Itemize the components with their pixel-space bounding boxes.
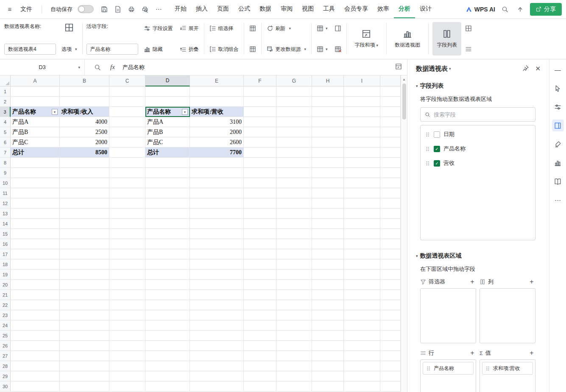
cell-F7[interactable]: [244, 147, 276, 158]
cell-F12[interactable]: [244, 198, 276, 209]
cell-I2[interactable]: [344, 97, 380, 107]
cell-partial-27[interactable]: [380, 351, 401, 361]
cell-A20[interactable]: [11, 280, 60, 290]
cell-partial-17[interactable]: [380, 249, 401, 259]
cell-E9[interactable]: [190, 168, 244, 178]
refresh-button[interactable]: 刷新▾: [265, 23, 308, 34]
row-header-4[interactable]: 4: [0, 117, 11, 127]
cell-B22[interactable]: [60, 300, 109, 310]
cell-I18[interactable]: [344, 259, 380, 270]
cell-B15[interactable]: [60, 229, 109, 239]
cell-G11[interactable]: [276, 188, 312, 198]
column-header-F[interactable]: F: [244, 75, 276, 86]
cell-C3[interactable]: [109, 107, 145, 117]
cell-E24[interactable]: [190, 320, 244, 331]
cell-F19[interactable]: [244, 270, 276, 280]
cell-F23[interactable]: [244, 310, 276, 320]
cell-B13[interactable]: [60, 209, 109, 219]
cell-B7[interactable]: 8500: [60, 147, 109, 158]
cell-partial-4[interactable]: [380, 117, 401, 127]
cell-partial-8[interactable]: [380, 158, 401, 168]
cell-partial-26[interactable]: [380, 341, 401, 351]
cell-A1[interactable]: [11, 86, 60, 97]
menu-开始[interactable]: 开始: [170, 0, 191, 18]
cell-F22[interactable]: [244, 300, 276, 310]
row-header-23[interactable]: 23: [0, 310, 11, 320]
cell-A19[interactable]: [11, 270, 60, 280]
cell-F30[interactable]: [244, 381, 276, 392]
collapse-pane-button[interactable]: —: [552, 64, 564, 75]
cell-E21[interactable]: [190, 290, 244, 300]
cell-G24[interactable]: [276, 320, 312, 331]
row-header-16[interactable]: 16: [0, 239, 11, 249]
cell-C11[interactable]: [109, 188, 145, 198]
cell-partial-2[interactable]: [380, 97, 401, 107]
cell-F28[interactable]: [244, 361, 276, 371]
cell-partial-13[interactable]: [380, 209, 401, 219]
cell-C14[interactable]: [109, 219, 145, 229]
cell-A14[interactable]: [11, 219, 60, 229]
cell-F21[interactable]: [244, 290, 276, 300]
cell-partial-6[interactable]: [380, 137, 401, 147]
cell-C4[interactable]: [109, 117, 145, 127]
cell-G29[interactable]: [276, 371, 312, 381]
cell-H27[interactable]: [312, 351, 344, 361]
cell-I1[interactable]: [344, 86, 380, 97]
cell-G30[interactable]: [276, 381, 312, 392]
cell-G22[interactable]: [276, 300, 312, 310]
field-checkbox[interactable]: ✓: [434, 146, 440, 152]
cell-F29[interactable]: [244, 371, 276, 381]
cell-partial-16[interactable]: [380, 239, 401, 249]
select-button[interactable]: ▾: [315, 44, 329, 55]
more-commands-button[interactable]: ⋯: [153, 4, 164, 15]
pivot-chart-button[interactable]: 数据透视图: [390, 22, 424, 56]
cell-F14[interactable]: [244, 219, 276, 229]
row-header-18[interactable]: 18: [0, 259, 11, 270]
cell-G14[interactable]: [276, 219, 312, 229]
scroll-thumb[interactable]: [402, 83, 406, 120]
cell-H8[interactable]: [312, 158, 344, 168]
cell-partial-11[interactable]: [380, 188, 401, 198]
plus-minus-buttons-button[interactable]: [464, 23, 473, 34]
cell-F9[interactable]: [244, 168, 276, 178]
cell-B4[interactable]: 4000: [60, 117, 109, 127]
cell-D28[interactable]: [145, 361, 190, 371]
cell-H24[interactable]: [312, 320, 344, 331]
cell-B25[interactable]: [60, 331, 109, 341]
cell-I11[interactable]: [344, 188, 380, 198]
add-filter-button[interactable]: +: [468, 278, 476, 286]
cell-A23[interactable]: [11, 310, 60, 320]
cell-G12[interactable]: [276, 198, 312, 209]
cell-G16[interactable]: [276, 239, 312, 249]
cell-D29[interactable]: [145, 371, 190, 381]
cell-D18[interactable]: [145, 259, 190, 270]
cell-G1[interactable]: [276, 86, 312, 97]
name-box-caret-icon[interactable]: ▾: [78, 65, 80, 70]
cell-partial-14[interactable]: [380, 219, 401, 229]
cell-H9[interactable]: [312, 168, 344, 178]
cell-partial-23[interactable]: [380, 310, 401, 320]
cell-E29[interactable]: [190, 371, 244, 381]
cell-B2[interactable]: [60, 97, 109, 107]
field-checkbox[interactable]: ✓: [434, 160, 440, 167]
share-button[interactable]: 分享: [530, 3, 562, 16]
cell-D3[interactable]: 产品名称▾: [145, 107, 190, 117]
cell-I27[interactable]: [344, 351, 380, 361]
cell-D20[interactable]: [145, 280, 190, 290]
cell-C29[interactable]: [109, 371, 145, 381]
columns-area[interactable]: [480, 288, 535, 343]
cell-D13[interactable]: [145, 209, 190, 219]
cell-H17[interactable]: [312, 249, 344, 259]
menu-工具[interactable]: 工具: [318, 0, 340, 18]
cell-I21[interactable]: [344, 290, 380, 300]
cell-C7[interactable]: [109, 147, 145, 158]
more-panels-button[interactable]: ⋯: [552, 194, 564, 206]
cell-partial-30[interactable]: [380, 381, 401, 392]
cell-C26[interactable]: [109, 341, 145, 351]
column-header-G[interactable]: G: [276, 75, 312, 86]
cell-I29[interactable]: [344, 371, 380, 381]
cell-partial-7[interactable]: [380, 147, 401, 158]
cell-H4[interactable]: [312, 117, 344, 127]
cell-F8[interactable]: [244, 158, 276, 168]
cell-A22[interactable]: [11, 300, 60, 310]
